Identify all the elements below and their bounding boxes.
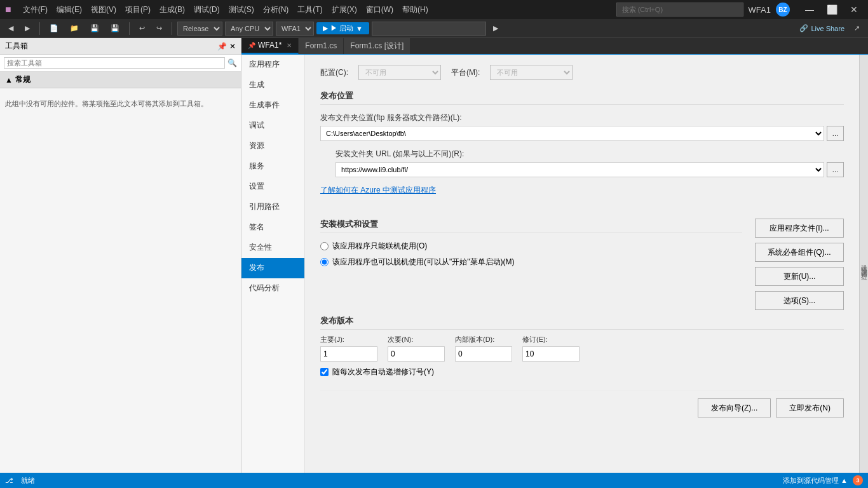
offline-radio[interactable]: 该应用程序也可以脱机使用(可以从"开始"菜单启动)(M): [320, 257, 742, 268]
pin-icon[interactable]: 📌: [217, 42, 227, 51]
config-label: 配置(C):: [320, 67, 348, 78]
toolbox-category-general[interactable]: ▲ 常规: [0, 72, 241, 88]
updates-btn[interactable]: 更新(U)...: [755, 267, 844, 286]
platform-dropdown[interactable]: 不可用: [490, 65, 573, 80]
config-dropdown[interactable]: 不可用: [358, 65, 441, 80]
nav-services[interactable]: 服务: [241, 156, 304, 177]
install-url-group: 安装文件夹 URL (如果与以上不同)(R): https://www.li9.…: [320, 149, 844, 177]
config-platform-row: 配置(C): 不可用 平台(M): 不可用: [320, 65, 844, 80]
debug-input[interactable]: [372, 22, 486, 36]
menu-item[interactable]: 文件(F): [19, 3, 51, 17]
minimize-button[interactable]: —: [800, 4, 819, 15]
auto-increment-check[interactable]: 随每次发布自动递增修订号(Y): [320, 367, 844, 377]
minor-input[interactable]: [388, 346, 445, 362]
pin-tab-icon[interactable]: 📌: [248, 42, 255, 49]
user-avatar[interactable]: BZ: [776, 3, 790, 17]
menu-item[interactable]: 编辑(E): [53, 3, 86, 17]
toolbox-empty-message: 此组中没有可用的控件。将某项拖至此文本可将其添加到工具箱。: [0, 88, 241, 120]
menu-item[interactable]: 工具(T): [294, 3, 326, 17]
build-input[interactable]: [455, 346, 512, 362]
nav-debug[interactable]: 调试: [241, 116, 304, 136]
toolbox-close-icon[interactable]: ✕: [229, 42, 236, 51]
major-input[interactable]: [320, 346, 377, 362]
new-file-button[interactable]: 📄: [45, 22, 63, 34]
menu-item[interactable]: 窗口(W): [362, 3, 397, 17]
liveshare-label: Live Share: [811, 25, 844, 32]
nav-settings[interactable]: 设置: [241, 177, 304, 197]
options-btn[interactable]: 选项(S)...: [755, 291, 844, 310]
toolbox-title: 工具箱: [5, 41, 28, 51]
toolbox-search-icon[interactable]: 🔍: [227, 58, 237, 67]
online-only-radio-input[interactable]: [320, 242, 329, 250]
nav-build[interactable]: 生成: [241, 75, 304, 95]
publish-folder-browse-btn[interactable]: ...: [827, 126, 844, 141]
toolbar-separator-1: [39, 22, 40, 35]
publish-now-btn[interactable]: 立即发布(N): [776, 398, 844, 417]
run-dropdown-icon[interactable]: ▼: [356, 25, 363, 32]
prerequisites-btn[interactable]: 系统必备组件(Q)...: [755, 243, 844, 262]
menu-item[interactable]: 生成(B): [156, 3, 189, 17]
redo-button[interactable]: ↪: [152, 22, 166, 34]
undo-button[interactable]: ↩: [135, 22, 149, 34]
toolbox-search-input[interactable]: [4, 57, 225, 69]
open-button[interactable]: 📁: [65, 22, 83, 34]
online-only-radio[interactable]: 该应用程序只能联机使用(O): [320, 241, 742, 252]
tab-form1-cs[interactable]: Form1.cs: [299, 38, 344, 54]
run-icon: ▶: [323, 24, 328, 32]
app-files-btn[interactable]: 应用程序文件(I)...: [755, 219, 844, 238]
offline-radio-input[interactable]: [320, 258, 329, 266]
forward-button[interactable]: ▶: [20, 22, 34, 34]
nav-build-events[interactable]: 生成事件: [241, 95, 304, 116]
maximize-button[interactable]: ⬜: [822, 4, 843, 15]
nav-publish[interactable]: 发布: [241, 258, 304, 278]
publish-folder-label: 发布文件夹位置(ftp 服务器或文件路径)(L):: [320, 112, 844, 123]
config-select[interactable]: Release: [177, 22, 222, 36]
notification-badge[interactable]: 3: [853, 475, 863, 485]
toolbox-search-row[interactable]: 🔍: [0, 55, 241, 72]
menu-item[interactable]: 测试(S): [225, 3, 258, 17]
nav-code-analysis[interactable]: 代码分析: [241, 278, 304, 299]
version-title: 发布版本: [320, 315, 844, 330]
azure-link[interactable]: 了解如何在 Azure 中测试应用程序: [320, 185, 436, 196]
nav-app[interactable]: 应用程序: [241, 55, 304, 75]
wizard-btn[interactable]: 发布向导(Z)...: [698, 398, 771, 417]
install-url-select[interactable]: https://www.li9.club/fi/: [336, 162, 824, 177]
menu-bar[interactable]: 文件(F)编辑(E)视图(V)项目(P)生成(B)调试(D)测试(S)分析(N)…: [19, 3, 432, 17]
build-field: 内部版本(D):: [455, 335, 512, 362]
close-button[interactable]: ✕: [845, 4, 863, 15]
menu-item[interactable]: 调试(D): [190, 3, 224, 17]
menu-item[interactable]: 视图(V): [87, 3, 120, 17]
debug-btn2[interactable]: ▶: [489, 22, 503, 34]
platform-select[interactable]: Any CPU: [225, 22, 273, 36]
save-all-button[interactable]: 💾: [106, 22, 124, 34]
liveshare-button[interactable]: 🔗 Live Share: [799, 24, 844, 32]
menu-item[interactable]: 分析(N): [259, 3, 293, 17]
nav-reference-paths[interactable]: 引用路径: [241, 197, 304, 217]
tab-form1-design[interactable]: Form1.cs [设计]: [344, 38, 410, 54]
feedback-button[interactable]: ↗: [850, 22, 864, 34]
revision-input[interactable]: [522, 346, 580, 362]
install-url-browse-btn[interactable]: ...: [827, 162, 844, 177]
install-url-input-row[interactable]: https://www.li9.club/fi/ ...: [336, 162, 844, 177]
menu-item[interactable]: 帮助(H): [398, 3, 432, 17]
source-control-text[interactable]: 添加到源代码管理 ▲: [783, 476, 848, 485]
run-button[interactable]: ▶ ▶ 启动 ▼: [316, 22, 369, 34]
tab-wfa1[interactable]: 📌 WFA1* ✕: [241, 38, 299, 54]
app-title: WFA1: [749, 5, 771, 15]
tab-close-icon[interactable]: ✕: [287, 42, 292, 49]
publish-folder-input-row[interactable]: C:\Users\acer\Desktop\fb\ ...: [320, 126, 844, 141]
nav-resources[interactable]: 资源: [241, 136, 304, 156]
publish-folder-select[interactable]: C:\Users\acer\Desktop\fb\: [320, 126, 824, 141]
back-button[interactable]: ◀: [4, 22, 18, 34]
auto-increment-checkbox[interactable]: [320, 368, 329, 376]
toolbox-header-icons[interactable]: 📌 ✕: [217, 42, 236, 51]
window-controls[interactable]: — ⬜ ✕: [800, 4, 863, 15]
menu-item[interactable]: 项目(P): [121, 3, 154, 17]
project-select[interactable]: WFA1: [276, 22, 314, 36]
nav-security[interactable]: 安全性: [241, 238, 304, 258]
menu-item[interactable]: 扩展(X): [328, 3, 361, 17]
save-button[interactable]: 💾: [86, 22, 104, 34]
category-arrow-icon: ▲: [5, 76, 13, 85]
global-search-input[interactable]: [616, 3, 743, 17]
nav-signing[interactable]: 签名: [241, 217, 304, 238]
